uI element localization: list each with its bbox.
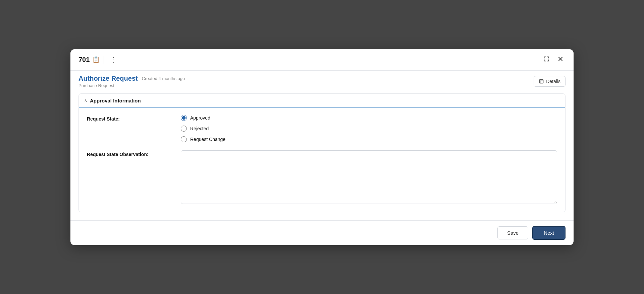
radio-rejected-input[interactable] xyxy=(181,126,187,132)
observation-row: Request State Observation: xyxy=(87,150,557,205)
radio-approved-input[interactable] xyxy=(181,115,187,121)
created-label: Created 4 months ago xyxy=(142,76,185,81)
request-state-control: Approved Rejected Request Change xyxy=(181,115,557,142)
modal-id: 701 xyxy=(78,56,90,64)
details-button[interactable]: Details xyxy=(534,76,566,87)
clipboard-icon[interactable]: 📋 xyxy=(92,56,100,63)
modal-body: ∧ Approval Information Request State: Ap… xyxy=(70,88,574,220)
next-button[interactable]: Next xyxy=(532,226,566,240)
observation-control xyxy=(181,150,557,205)
request-state-label: Request State: xyxy=(87,115,181,122)
radio-request-change-input[interactable] xyxy=(181,136,187,142)
close-button[interactable] xyxy=(555,55,566,65)
page-title: Authorize Request xyxy=(78,75,138,82)
save-button[interactable]: Save xyxy=(497,226,528,239)
modal-footer: Save Next xyxy=(70,220,574,245)
svg-rect-2 xyxy=(540,79,543,83)
expand-button[interactable] xyxy=(541,55,551,65)
radio-request-change[interactable]: Request Change xyxy=(181,136,557,142)
header-right xyxy=(541,55,566,65)
section-body: Request State: Approved Rejected xyxy=(79,108,565,212)
more-options-icon[interactable]: ⋮ xyxy=(108,55,119,64)
details-label: Details xyxy=(546,79,560,84)
radio-request-change-label: Request Change xyxy=(190,137,225,142)
approval-info-section: ∧ Approval Information Request State: Ap… xyxy=(78,93,566,212)
modal-dialog: 701 📋 ⋮ xyxy=(70,49,574,245)
header-left: 701 📋 ⋮ xyxy=(78,55,119,64)
section-header[interactable]: ∧ Approval Information xyxy=(79,94,565,108)
radio-rejected-label: Rejected xyxy=(190,126,209,131)
radio-approved[interactable]: Approved xyxy=(181,115,557,121)
page-title-row: Authorize Request Created 4 months ago xyxy=(78,75,185,82)
observation-textarea[interactable] xyxy=(181,150,557,204)
sub-header: Authorize Request Created 4 months ago P… xyxy=(70,71,574,88)
radio-approved-label: Approved xyxy=(190,115,210,121)
observation-label: Request State Observation: xyxy=(87,150,181,157)
sub-title: Purchase Request xyxy=(78,83,185,88)
sub-header-left: Authorize Request Created 4 months ago P… xyxy=(78,75,185,88)
chevron-up-icon: ∧ xyxy=(84,98,87,103)
modal-header: 701 📋 ⋮ xyxy=(70,49,574,71)
radio-rejected[interactable]: Rejected xyxy=(181,126,557,132)
section-title: Approval Information xyxy=(90,98,141,103)
request-state-radio-group: Approved Rejected Request Change xyxy=(181,115,557,142)
request-state-row: Request State: Approved Rejected xyxy=(87,115,557,142)
header-divider xyxy=(104,56,104,64)
